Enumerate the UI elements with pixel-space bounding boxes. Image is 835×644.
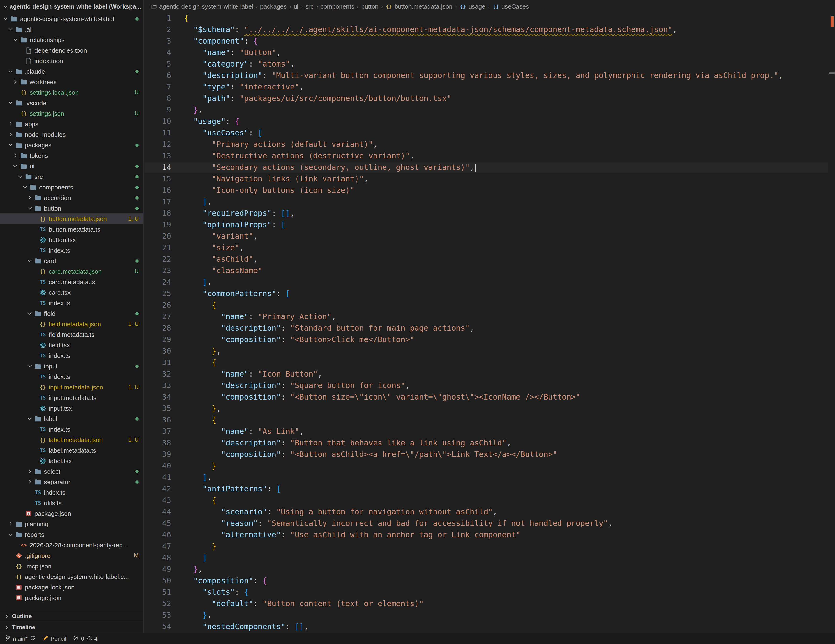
code-line-16[interactable]: 16 "Icon-only buttons (icon size)" <box>145 185 828 196</box>
tree-item-field.metadata.ts[interactable]: TSfield.metadata.ts <box>0 329 143 340</box>
code-line-46[interactable]: 46 "alternative": "Use asChild with an a… <box>145 529 828 541</box>
tree-item-index.ts[interactable]: TSindex.ts <box>0 487 143 498</box>
file-tree[interactable]: agentic-design-system-white-label.airela… <box>0 13 143 610</box>
chevron-down-icon[interactable] <box>26 362 34 370</box>
tree-item-components[interactable]: components <box>0 182 143 192</box>
tree-item-field[interactable]: field <box>0 308 143 319</box>
breadcrumb-item-usecases[interactable]: []useCases <box>492 3 529 10</box>
chevron-right-icon[interactable] <box>26 194 34 202</box>
chevron-down-icon[interactable] <box>11 36 19 44</box>
code-line-4[interactable]: 4 "name": "Button", <box>145 47 828 59</box>
code-line-54[interactable]: 54 "nestedComponents": [], <box>145 621 828 633</box>
chevron-down-icon[interactable] <box>26 415 34 423</box>
tree-item-src[interactable]: src <box>0 171 143 182</box>
workspace-title-row[interactable]: agentic-design-system-white-label (Works… <box>0 0 143 13</box>
code-line-30[interactable]: 30 }, <box>145 345 828 357</box>
code-line-5[interactable]: 5 "category": "atoms", <box>145 59 828 70</box>
tree-item-package.json[interactable]: package.json <box>0 508 143 519</box>
tree-item-accordion[interactable]: accordion <box>0 192 143 203</box>
code-line-35[interactable]: 35 }, <box>145 403 828 414</box>
chevron-down-icon[interactable] <box>21 183 29 191</box>
breadcrumb-item-components[interactable]: components <box>320 3 354 10</box>
code-line-28[interactable]: 28 "description": "Standard button for m… <box>145 322 828 334</box>
tree-item-input.metadata.json[interactable]: {}input.metadata.json1, U <box>0 382 143 392</box>
tree-item-card.tsx[interactable]: card.tsx <box>0 287 143 298</box>
chevron-right-icon[interactable] <box>11 152 19 159</box>
tree-item-settings.json[interactable]: {}settings.jsonU <box>0 108 143 119</box>
tree-item-2026-02-28-component-parity-rep...[interactable]: <>2026-02-28-component-parity-rep... <box>0 540 143 550</box>
breadcrumb-item-usage[interactable]: {}usage <box>459 3 486 10</box>
outline-section-header[interactable]: Outline <box>0 610 143 621</box>
code-line-51[interactable]: 51 "slots": { <box>145 587 828 598</box>
code-line-9[interactable]: 9 }, <box>145 104 828 116</box>
code-line-42[interactable]: 42 "antiPatterns": [ <box>145 483 828 495</box>
tree-item-label[interactable]: label <box>0 413 143 424</box>
code-line-19[interactable]: 19 "optionalProps": [ <box>145 219 828 231</box>
chevron-down-icon[interactable] <box>7 67 15 75</box>
tree-item-card.metadata.json[interactable]: {}card.metadata.jsonU <box>0 266 143 276</box>
tree-item-card.metadata.ts[interactable]: TScard.metadata.ts <box>0 276 143 287</box>
tree-item-button.metadata.ts[interactable]: TSbutton.metadata.ts <box>0 224 143 234</box>
chevron-down-icon[interactable] <box>26 257 34 265</box>
tree-item-settings.local.json[interactable]: {}settings.local.jsonU <box>0 87 143 98</box>
breadcrumb-item-agentic-design-system-white-label[interactable]: agentic-design-system-white-label <box>150 3 253 10</box>
tree-item-utils.ts[interactable]: TSutils.ts <box>0 498 143 508</box>
tree-item-package-lock.json[interactable]: package-lock.json <box>0 582 143 592</box>
code-line-13[interactable]: 13 "Destructive actions (destructive var… <box>145 150 828 162</box>
chevron-right-icon[interactable] <box>7 520 15 528</box>
chevron-down-icon[interactable] <box>26 309 34 317</box>
tree-item-agentic-design-system-white-label.c...[interactable]: {}agentic-design-system-white-label.c... <box>0 571 143 582</box>
chevron-down-icon[interactable] <box>7 99 15 107</box>
tree-item-label.metadata.ts[interactable]: TSlabel.metadata.ts <box>0 445 143 455</box>
chevron-right-icon[interactable] <box>7 131 15 138</box>
code-line-50[interactable]: 50 "composition": { <box>145 575 828 587</box>
code-line-3[interactable]: 3 "component": { <box>145 36 828 47</box>
code-line-41[interactable]: 41 ], <box>145 472 828 483</box>
pencil-extension-status[interactable]: Pencil <box>42 633 66 644</box>
code-line-10[interactable]: 10 "usage": { <box>145 116 828 127</box>
chevron-right-icon[interactable] <box>11 78 19 86</box>
tree-item-input.tsx[interactable]: input.tsx <box>0 403 143 413</box>
code-line-21[interactable]: 21 "size", <box>145 242 828 254</box>
code-line-29[interactable]: 29 "composition": "<Button>Click me</But… <box>145 334 828 345</box>
tree-item-label.tsx[interactable]: label.tsx <box>0 455 143 466</box>
tree-item-packages[interactable]: packages <box>0 140 143 150</box>
tree-item-select[interactable]: select <box>0 466 143 476</box>
tree-item-index.ts[interactable]: TSindex.ts <box>0 424 143 434</box>
code-line-11[interactable]: 11 "useCases": [ <box>145 127 828 139</box>
timeline-section-header[interactable]: Timeline <box>0 621 143 633</box>
code-line-32[interactable]: 32 "name": "Icon Button", <box>145 368 828 380</box>
code-line-26[interactable]: 26 { <box>145 299 828 311</box>
tree-item-planning[interactable]: planning <box>0 519 143 529</box>
chevron-right-icon[interactable] <box>26 478 34 486</box>
tree-item-input[interactable]: input <box>0 361 143 371</box>
breadcrumb-item-button.metadata.json[interactable]: {}button.metadata.json <box>385 3 452 10</box>
chevron-right-icon[interactable] <box>7 120 15 128</box>
tree-item-index.ts[interactable]: TSindex.ts <box>0 298 143 308</box>
code-line-39[interactable]: 39 "composition": "<Button asChild><a hr… <box>145 449 828 460</box>
chevron-down-icon[interactable] <box>26 204 34 212</box>
code-line-24[interactable]: 24 ], <box>145 276 828 288</box>
tree-item-separator[interactable]: separator <box>0 476 143 487</box>
tree-item-.vscode[interactable]: .vscode <box>0 98 143 108</box>
code-line-52[interactable]: 52 "default": "Button content (text or e… <box>145 598 828 610</box>
tree-item-label.metadata.json[interactable]: {}label.metadata.json1, U <box>0 434 143 445</box>
code-line-44[interactable]: 44 "scenario": "Using a button for navig… <box>145 506 828 518</box>
tree-item-button.metadata.json[interactable]: {}button.metadata.json1, U <box>0 213 143 224</box>
tree-item-field.tsx[interactable]: field.tsx <box>0 340 143 350</box>
tree-item-node-modules[interactable]: node_modules <box>0 129 143 140</box>
tree-item-button.tsx[interactable]: button.tsx <box>0 234 143 245</box>
chevron-down-icon[interactable] <box>7 25 15 33</box>
tree-item-.ai[interactable]: .ai <box>0 24 143 34</box>
code-line-1[interactable]: 1{ <box>145 13 828 24</box>
tree-item-reports[interactable]: reports <box>0 529 143 540</box>
code-line-17[interactable]: 17 ], <box>145 196 828 208</box>
code-line-38[interactable]: 38 "description": "Button that behaves l… <box>145 437 828 449</box>
overview-ruler[interactable] <box>828 13 835 633</box>
tree-item-index.ts[interactable]: TSindex.ts <box>0 245 143 255</box>
code-line-53[interactable]: 53 }, <box>145 610 828 621</box>
code-line-7[interactable]: 7 "type": "interactive", <box>145 81 828 93</box>
git-branch-status[interactable]: main* <box>5 633 36 644</box>
tree-item-apps[interactable]: apps <box>0 119 143 129</box>
breadcrumb-item-ui[interactable]: ui <box>294 3 299 10</box>
